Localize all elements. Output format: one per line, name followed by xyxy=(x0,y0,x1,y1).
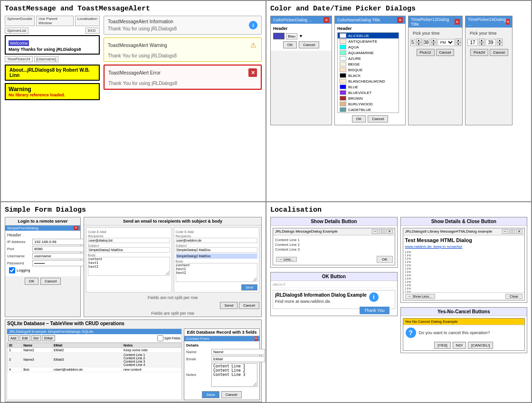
edit-save-button[interactable]: Save xyxy=(202,391,219,398)
split-fields-checkbox[interactable] xyxy=(157,335,163,341)
color-label: Blau xyxy=(286,33,297,39)
color-picker-ok-button[interactable]: OK xyxy=(283,41,297,48)
time24-hour-down-button[interactable]: ▼ xyxy=(479,42,484,46)
color-name-cancel-button[interactable]: Cancel xyxy=(368,115,388,122)
color-name-header: Header xyxy=(337,26,403,31)
color-name-close-button[interactable]: ✕ xyxy=(397,17,403,23)
color-row-burlywood[interactable]: BURLYWOOD xyxy=(338,101,399,107)
edit-email-row: Email xyxy=(186,356,257,362)
color-row-beige[interactable]: BEIGE xyxy=(338,61,399,67)
color-row-blue[interactable]: BLUE xyxy=(338,84,399,90)
time12-cancel-button[interactable]: Cancel xyxy=(436,49,455,56)
html-maximize-button[interactable]: □ xyxy=(509,229,515,234)
edit-name-input[interactable] xyxy=(211,349,265,355)
time24-cancel-button[interactable]: Cancel xyxy=(490,49,508,56)
time12-minute-up-button[interactable]: ▲ xyxy=(431,38,437,42)
color-row-black[interactable]: BLACK xyxy=(338,73,399,78)
thank-you-button[interactable]: Thank You xyxy=(360,307,390,314)
edit-notes-textarea[interactable]: Content Line 1 Content Line 2 Content Li… xyxy=(211,363,257,387)
recipients2-input[interactable] xyxy=(176,238,258,243)
add-button[interactable]: Add xyxy=(8,335,19,341)
table-row[interactable]: 3 Name3 EMail3 Content Line 1Content Lin… xyxy=(8,352,181,367)
ok-section-title: OK Button xyxy=(271,272,397,281)
port-input[interactable] xyxy=(32,246,86,252)
pick12-button[interactable]: Pick12 xyxy=(417,49,435,56)
time24-hour-up-button[interactable]: ▲ xyxy=(479,38,484,42)
pick24-button[interactable]: Pick24 xyxy=(470,49,488,56)
email-button[interactable]: EMail xyxy=(42,335,55,341)
color-row-blueviolet[interactable]: BLUEVIOLET xyxy=(338,90,399,95)
spinner-list-label: SpinnerList xyxy=(5,28,28,34)
ync-question: Do you want to cancel this operation? xyxy=(419,330,490,335)
color-row-aqua[interactable]: AQUA xyxy=(338,44,399,50)
msg-ok-button[interactable]: OK xyxy=(377,256,393,263)
cadetblue-label: CADETBLUE xyxy=(348,108,371,112)
info-icon: i xyxy=(249,21,257,29)
time24-minute-down-button[interactable]: ▼ xyxy=(497,42,503,46)
color-row-aquamarine[interactable]: AQUAMARINE xyxy=(338,50,399,56)
color-row-azure[interactable]: AZURE xyxy=(338,56,399,61)
time24-close-button[interactable]: ✕ xyxy=(506,19,510,25)
cancel-ync-button[interactable]: [CANCEL!] xyxy=(468,342,493,349)
password-input[interactable] xyxy=(32,260,86,266)
time12-minute-down-button[interactable]: ▼ xyxy=(431,42,437,46)
ip-input[interactable] xyxy=(32,239,86,245)
email-send-button[interactable]: Send xyxy=(241,284,257,291)
login-cancel-button[interactable]: Cancel xyxy=(40,278,61,285)
body2-textarea[interactable]: content text1 text2 xyxy=(176,263,258,282)
q1-left-panel: SpinnerDouble Use Parent Window Localisa… xyxy=(5,16,100,103)
msg-close-button[interactable]: ✕ xyxy=(386,229,393,234)
edit-email-input[interactable] xyxy=(211,356,265,362)
time12-hour-down-button[interactable]: ▼ xyxy=(416,42,422,46)
yes-button[interactable]: [YES] xyxy=(434,342,450,349)
show-details-section: Show Details Button JRLDialogs MessageDi… xyxy=(270,217,398,268)
edit-button[interactable]: Edit xyxy=(19,335,30,341)
time12-hour-up-button[interactable]: ▲ xyxy=(416,38,422,42)
time12-close-button[interactable]: ✕ xyxy=(455,19,460,25)
body-textarea[interactable]: content text1 text2 xyxy=(88,257,170,276)
edit-cancel-button[interactable]: Cancel xyxy=(221,391,242,398)
recipients-input[interactable] xyxy=(88,238,170,243)
time12-ampm-select[interactable]: PM AM xyxy=(437,39,455,46)
table-row[interactable]: 2 Name2 EMail2 Keep some note xyxy=(8,347,181,352)
color-row-aliceblue[interactable]: ALICEBLUE xyxy=(338,33,399,38)
subject2-input[interactable] xyxy=(176,247,258,253)
edit-close-button[interactable]: ✕ xyxy=(255,337,257,341)
color-row-blanchedalmond[interactable]: BLANCHEDALMOND xyxy=(338,78,399,84)
show-less-button[interactable]: ← Show Less... xyxy=(405,294,435,299)
time12-ampm-up-button[interactable]: ▲ xyxy=(456,38,461,42)
color-row-cadetblue[interactable]: CADETBLUE xyxy=(338,107,399,112)
blueviolet-label: BLUEVIOLET xyxy=(348,91,371,95)
time24-minute[interactable]: 39 xyxy=(485,39,496,46)
no-button[interactable]: NO! xyxy=(453,342,466,349)
html-link[interactable]: www.rwblinn.de: keep in ncnachor xyxy=(405,244,523,249)
msg-maximize-button[interactable]: □ xyxy=(379,229,385,234)
color-name-ok-button[interactable]: OK xyxy=(352,115,366,122)
msg-minimize-button[interactable]: ─ xyxy=(372,229,378,234)
close-dialog-button[interactable]: Close xyxy=(505,294,522,299)
email-main-cancel-button[interactable]: Cancel xyxy=(239,302,259,309)
azure-swatch xyxy=(340,56,346,61)
logging-checkbox[interactable] xyxy=(9,267,15,273)
time24-minute-up-button[interactable]: ▲ xyxy=(497,38,503,42)
color-row-antiquewhite[interactable]: ANTIQUEWHITE xyxy=(338,38,399,44)
email-main-send-button[interactable]: Send xyxy=(220,302,238,309)
html-minimize-button[interactable]: ─ xyxy=(502,229,508,234)
color-picker-cancel-button[interactable]: Cancel xyxy=(299,41,319,48)
color-row-bisque[interactable]: BISQUE xyxy=(338,67,399,73)
time12-hour[interactable]: 5 xyxy=(410,39,415,46)
html-close-button[interactable]: ✕ xyxy=(516,229,522,234)
login-close-button[interactable]: ✕ xyxy=(74,226,78,230)
username-input[interactable] xyxy=(32,253,86,259)
less-button[interactable]: ← Less... xyxy=(276,257,297,262)
subject-input[interactable] xyxy=(88,247,170,253)
table-row[interactable]: 4 Bob robert@rwbblinn.de new content xyxy=(8,367,181,372)
info-dialog-body: jRLDialogs8 Information Dialog Example F… xyxy=(275,292,393,304)
time24-hour[interactable]: 17 xyxy=(467,39,478,46)
del-button[interactable]: Del xyxy=(31,335,41,341)
time12-ampm-down-button[interactable]: ▼ xyxy=(456,42,461,46)
time12-minute[interactable]: 38 xyxy=(423,39,430,46)
color-picker-close-button[interactable]: ✕ xyxy=(323,17,329,23)
color-row-brown[interactable]: BROWN xyxy=(338,95,399,101)
login-ok-button[interactable]: OK xyxy=(25,278,39,285)
